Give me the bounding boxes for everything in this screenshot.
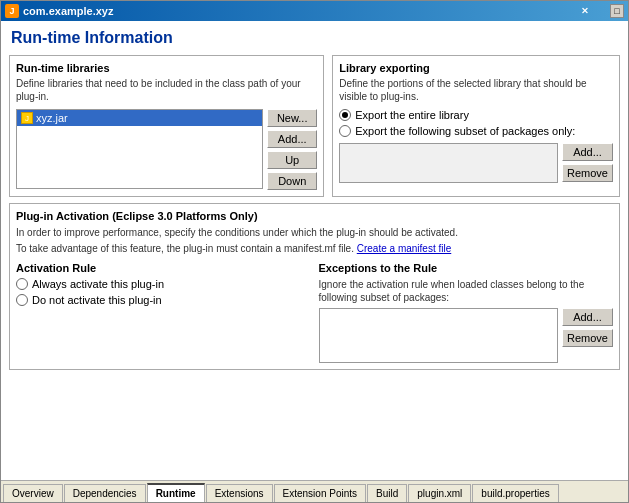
window-icon: J <box>5 4 19 18</box>
exceptions-remove-button[interactable]: Remove <box>562 329 613 347</box>
radio-entire-label: Export the entire library <box>355 109 469 121</box>
new-button[interactable]: New... <box>267 109 317 127</box>
library-exporting-title: Library exporting <box>339 62 613 74</box>
library-exporting-desc: Define the portions of the selected libr… <box>339 77 613 103</box>
top-panels: Run-time libraries Define libraries that… <box>9 55 620 197</box>
runtime-libraries-desc: Define libraries that need to be include… <box>16 77 317 103</box>
radio-always-row: Always activate this plug-in <box>16 278 311 290</box>
radio-always[interactable] <box>16 278 28 290</box>
radio-subset-label: Export the following subset of packages … <box>355 125 575 137</box>
tab-build[interactable]: Build <box>367 484 407 502</box>
jar-icon: J <box>21 112 33 124</box>
activation-bottom: Activation Rule Always activate this plu… <box>16 262 613 363</box>
exceptions-list[interactable] <box>319 308 559 363</box>
exceptions-title: Exceptions to the Rule <box>319 262 614 274</box>
radio-donot[interactable] <box>16 294 28 306</box>
runtime-libraries-title: Run-time libraries <box>16 62 317 74</box>
tab-overview[interactable]: Overview <box>3 484 63 502</box>
export-radio-group: Export the entire library Export the fol… <box>339 109 613 137</box>
page-title: Run-time Information <box>1 21 628 51</box>
export-list[interactable] <box>339 143 558 183</box>
activation-desc2: To take advantage of this feature, the p… <box>16 242 613 256</box>
export-add-button[interactable]: Add... <box>562 143 613 161</box>
radio-subset[interactable] <box>339 125 351 137</box>
lib-section: J xyz.jar New... Add... Up Down <box>16 109 317 190</box>
lib-list[interactable]: J xyz.jar <box>16 109 263 189</box>
exceptions-add-button[interactable]: Add... <box>562 308 613 326</box>
activation-right: Exceptions to the Rule Ignore the activa… <box>319 262 614 363</box>
activation-rule-title: Activation Rule <box>16 262 311 274</box>
tab-extension-points[interactable]: Extension Points <box>274 484 367 502</box>
window-title: com.example.xyz <box>23 5 576 17</box>
tab-extensions[interactable]: Extensions <box>206 484 273 502</box>
radio-always-label: Always activate this plug-in <box>32 278 164 290</box>
activation-panel: Plug-in Activation (Eclipse 3.0 Platform… <box>9 203 620 370</box>
lib-buttons: New... Add... Up Down <box>267 109 317 190</box>
title-bar: J com.example.xyz ✕ □ <box>1 1 628 21</box>
radio-donot-label: Do not activate this plug-in <box>32 294 162 306</box>
radio-entire[interactable] <box>339 109 351 121</box>
list-item[interactable]: J xyz.jar <box>17 110 262 126</box>
export-inner: Add... Remove <box>339 143 613 187</box>
lib-item-label: xyz.jar <box>36 112 68 124</box>
close-tab-button[interactable]: ✕ <box>580 6 590 16</box>
tab-plugin-xml[interactable]: plugin.xml <box>408 484 471 502</box>
activation-left: Activation Rule Always activate this plu… <box>16 262 311 363</box>
radio-donot-row: Do not activate this plug-in <box>16 294 311 306</box>
exceptions-area: Add... Remove <box>319 308 614 363</box>
down-button[interactable]: Down <box>267 172 317 190</box>
exceptions-desc: Ignore the activation rule when loaded c… <box>319 278 614 304</box>
up-button[interactable]: Up <box>267 151 317 169</box>
activation-desc1: In order to improve performance, specify… <box>16 226 613 240</box>
add-button[interactable]: Add... <box>267 130 317 148</box>
tab-bar: Overview Dependencies Runtime Extensions… <box>1 480 628 502</box>
export-remove-button[interactable]: Remove <box>562 164 613 182</box>
tab-dependencies[interactable]: Dependencies <box>64 484 146 502</box>
content-area: Run-time libraries Define libraries that… <box>1 51 628 480</box>
radio-entire-row: Export the entire library <box>339 109 613 121</box>
radio-subset-row: Export the following subset of packages … <box>339 125 613 137</box>
tab-build-properties[interactable]: build.properties <box>472 484 558 502</box>
exceptions-buttons: Add... Remove <box>562 308 613 363</box>
activation-desc2-text: To take advantage of this feature, the p… <box>16 243 354 254</box>
activation-title: Plug-in Activation (Eclipse 3.0 Platform… <box>16 210 613 222</box>
activation-radio-group: Always activate this plug-in Do not acti… <box>16 278 311 306</box>
export-buttons: Add... Remove <box>562 143 613 187</box>
window-maximize-button[interactable]: □ <box>610 4 624 18</box>
main-window: J com.example.xyz ✕ □ Run-time Informati… <box>0 0 629 503</box>
runtime-libraries-panel: Run-time libraries Define libraries that… <box>9 55 324 197</box>
create-manifest-link[interactable]: Create a manifest file <box>357 243 452 254</box>
library-exporting-panel: Library exporting Define the portions of… <box>332 55 620 197</box>
tab-runtime[interactable]: Runtime <box>147 483 205 502</box>
